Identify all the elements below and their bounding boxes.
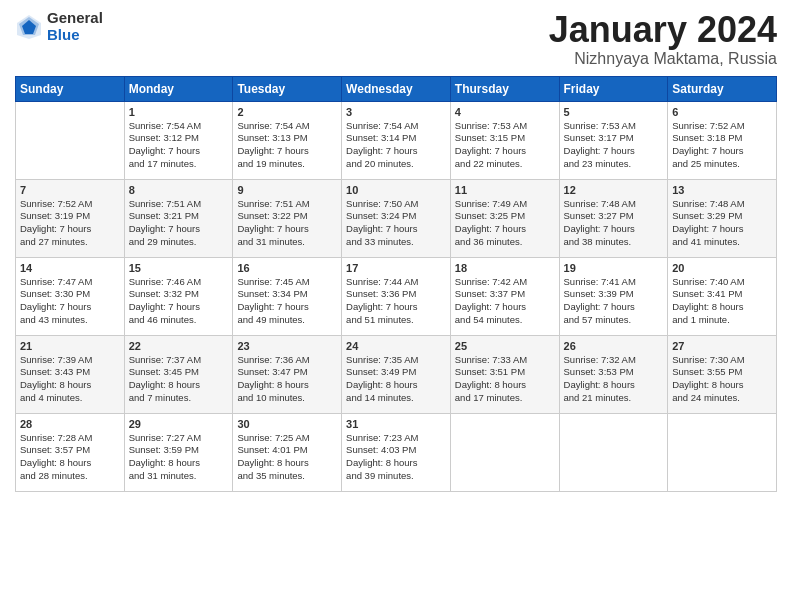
day-number: 10 xyxy=(346,184,446,196)
day-info: Sunrise: 7:39 AMSunset: 3:43 PMDaylight:… xyxy=(20,354,120,405)
header-cell-sunday: Sunday xyxy=(16,76,125,101)
day-number: 30 xyxy=(237,418,337,430)
day-cell: 29Sunrise: 7:27 AMSunset: 3:59 PMDayligh… xyxy=(124,413,233,491)
day-cell: 1Sunrise: 7:54 AMSunset: 3:12 PMDaylight… xyxy=(124,101,233,179)
day-info: Sunrise: 7:28 AMSunset: 3:57 PMDaylight:… xyxy=(20,432,120,483)
day-cell xyxy=(668,413,777,491)
day-info: Sunrise: 7:51 AMSunset: 3:22 PMDaylight:… xyxy=(237,198,337,249)
day-info: Sunrise: 7:54 AMSunset: 3:14 PMDaylight:… xyxy=(346,120,446,171)
day-info: Sunrise: 7:52 AMSunset: 3:19 PMDaylight:… xyxy=(20,198,120,249)
day-number: 17 xyxy=(346,262,446,274)
header-cell-thursday: Thursday xyxy=(450,76,559,101)
day-info: Sunrise: 7:37 AMSunset: 3:45 PMDaylight:… xyxy=(129,354,229,405)
day-cell: 23Sunrise: 7:36 AMSunset: 3:47 PMDayligh… xyxy=(233,335,342,413)
day-cell: 18Sunrise: 7:42 AMSunset: 3:37 PMDayligh… xyxy=(450,257,559,335)
day-cell xyxy=(559,413,668,491)
header-cell-wednesday: Wednesday xyxy=(342,76,451,101)
day-cell: 30Sunrise: 7:25 AMSunset: 4:01 PMDayligh… xyxy=(233,413,342,491)
day-cell: 22Sunrise: 7:37 AMSunset: 3:45 PMDayligh… xyxy=(124,335,233,413)
week-row-3: 14Sunrise: 7:47 AMSunset: 3:30 PMDayligh… xyxy=(16,257,777,335)
header-cell-saturday: Saturday xyxy=(668,76,777,101)
day-cell: 6Sunrise: 7:52 AMSunset: 3:18 PMDaylight… xyxy=(668,101,777,179)
day-number: 8 xyxy=(129,184,229,196)
header-cell-monday: Monday xyxy=(124,76,233,101)
day-number: 11 xyxy=(455,184,555,196)
day-cell: 8Sunrise: 7:51 AMSunset: 3:21 PMDaylight… xyxy=(124,179,233,257)
day-number: 9 xyxy=(237,184,337,196)
day-number: 15 xyxy=(129,262,229,274)
day-cell: 31Sunrise: 7:23 AMSunset: 4:03 PMDayligh… xyxy=(342,413,451,491)
page: General Blue January 2024 Nizhnyaya Makt… xyxy=(0,0,792,612)
day-number: 6 xyxy=(672,106,772,118)
week-row-2: 7Sunrise: 7:52 AMSunset: 3:19 PMDaylight… xyxy=(16,179,777,257)
header-cell-friday: Friday xyxy=(559,76,668,101)
day-cell xyxy=(16,101,125,179)
day-info: Sunrise: 7:52 AMSunset: 3:18 PMDaylight:… xyxy=(672,120,772,171)
day-info: Sunrise: 7:47 AMSunset: 3:30 PMDaylight:… xyxy=(20,276,120,327)
day-number: 28 xyxy=(20,418,120,430)
day-cell: 15Sunrise: 7:46 AMSunset: 3:32 PMDayligh… xyxy=(124,257,233,335)
day-cell: 2Sunrise: 7:54 AMSunset: 3:13 PMDaylight… xyxy=(233,101,342,179)
day-number: 21 xyxy=(20,340,120,352)
day-number: 23 xyxy=(237,340,337,352)
location-title: Nizhnyaya Maktama, Russia xyxy=(549,50,777,68)
day-info: Sunrise: 7:41 AMSunset: 3:39 PMDaylight:… xyxy=(564,276,664,327)
day-number: 31 xyxy=(346,418,446,430)
day-cell: 3Sunrise: 7:54 AMSunset: 3:14 PMDaylight… xyxy=(342,101,451,179)
day-cell: 13Sunrise: 7:48 AMSunset: 3:29 PMDayligh… xyxy=(668,179,777,257)
day-number: 5 xyxy=(564,106,664,118)
day-cell: 25Sunrise: 7:33 AMSunset: 3:51 PMDayligh… xyxy=(450,335,559,413)
day-number: 16 xyxy=(237,262,337,274)
calendar-table: SundayMondayTuesdayWednesdayThursdayFrid… xyxy=(15,76,777,492)
month-title: January 2024 xyxy=(549,10,777,50)
logo-text: General Blue xyxy=(47,10,103,43)
day-info: Sunrise: 7:53 AMSunset: 3:17 PMDaylight:… xyxy=(564,120,664,171)
day-info: Sunrise: 7:25 AMSunset: 4:01 PMDaylight:… xyxy=(237,432,337,483)
day-cell: 27Sunrise: 7:30 AMSunset: 3:55 PMDayligh… xyxy=(668,335,777,413)
day-info: Sunrise: 7:53 AMSunset: 3:15 PMDaylight:… xyxy=(455,120,555,171)
header: General Blue January 2024 Nizhnyaya Makt… xyxy=(15,10,777,68)
day-number: 19 xyxy=(564,262,664,274)
day-info: Sunrise: 7:45 AMSunset: 3:34 PMDaylight:… xyxy=(237,276,337,327)
day-cell: 11Sunrise: 7:49 AMSunset: 3:25 PMDayligh… xyxy=(450,179,559,257)
day-info: Sunrise: 7:49 AMSunset: 3:25 PMDaylight:… xyxy=(455,198,555,249)
logo-blue-label: Blue xyxy=(47,27,103,44)
day-number: 29 xyxy=(129,418,229,430)
day-info: Sunrise: 7:51 AMSunset: 3:21 PMDaylight:… xyxy=(129,198,229,249)
day-cell xyxy=(450,413,559,491)
day-cell: 10Sunrise: 7:50 AMSunset: 3:24 PMDayligh… xyxy=(342,179,451,257)
day-info: Sunrise: 7:54 AMSunset: 3:12 PMDaylight:… xyxy=(129,120,229,171)
day-cell: 9Sunrise: 7:51 AMSunset: 3:22 PMDaylight… xyxy=(233,179,342,257)
day-number: 14 xyxy=(20,262,120,274)
day-cell: 28Sunrise: 7:28 AMSunset: 3:57 PMDayligh… xyxy=(16,413,125,491)
header-cell-tuesday: Tuesday xyxy=(233,76,342,101)
day-info: Sunrise: 7:50 AMSunset: 3:24 PMDaylight:… xyxy=(346,198,446,249)
day-cell: 12Sunrise: 7:48 AMSunset: 3:27 PMDayligh… xyxy=(559,179,668,257)
day-cell: 7Sunrise: 7:52 AMSunset: 3:19 PMDaylight… xyxy=(16,179,125,257)
title-block: January 2024 Nizhnyaya Maktama, Russia xyxy=(549,10,777,68)
day-cell: 20Sunrise: 7:40 AMSunset: 3:41 PMDayligh… xyxy=(668,257,777,335)
day-info: Sunrise: 7:48 AMSunset: 3:27 PMDaylight:… xyxy=(564,198,664,249)
day-info: Sunrise: 7:32 AMSunset: 3:53 PMDaylight:… xyxy=(564,354,664,405)
week-row-5: 28Sunrise: 7:28 AMSunset: 3:57 PMDayligh… xyxy=(16,413,777,491)
day-info: Sunrise: 7:42 AMSunset: 3:37 PMDaylight:… xyxy=(455,276,555,327)
day-info: Sunrise: 7:40 AMSunset: 3:41 PMDaylight:… xyxy=(672,276,772,327)
day-number: 18 xyxy=(455,262,555,274)
day-number: 22 xyxy=(129,340,229,352)
day-cell: 17Sunrise: 7:44 AMSunset: 3:36 PMDayligh… xyxy=(342,257,451,335)
day-number: 1 xyxy=(129,106,229,118)
day-number: 7 xyxy=(20,184,120,196)
day-number: 24 xyxy=(346,340,446,352)
day-cell: 21Sunrise: 7:39 AMSunset: 3:43 PMDayligh… xyxy=(16,335,125,413)
day-info: Sunrise: 7:46 AMSunset: 3:32 PMDaylight:… xyxy=(129,276,229,327)
day-info: Sunrise: 7:30 AMSunset: 3:55 PMDaylight:… xyxy=(672,354,772,405)
day-number: 3 xyxy=(346,106,446,118)
week-row-1: 1Sunrise: 7:54 AMSunset: 3:12 PMDaylight… xyxy=(16,101,777,179)
logo: General Blue xyxy=(15,10,103,43)
day-info: Sunrise: 7:36 AMSunset: 3:47 PMDaylight:… xyxy=(237,354,337,405)
day-info: Sunrise: 7:23 AMSunset: 4:03 PMDaylight:… xyxy=(346,432,446,483)
day-number: 27 xyxy=(672,340,772,352)
day-info: Sunrise: 7:48 AMSunset: 3:29 PMDaylight:… xyxy=(672,198,772,249)
day-cell: 4Sunrise: 7:53 AMSunset: 3:15 PMDaylight… xyxy=(450,101,559,179)
week-row-4: 21Sunrise: 7:39 AMSunset: 3:43 PMDayligh… xyxy=(16,335,777,413)
